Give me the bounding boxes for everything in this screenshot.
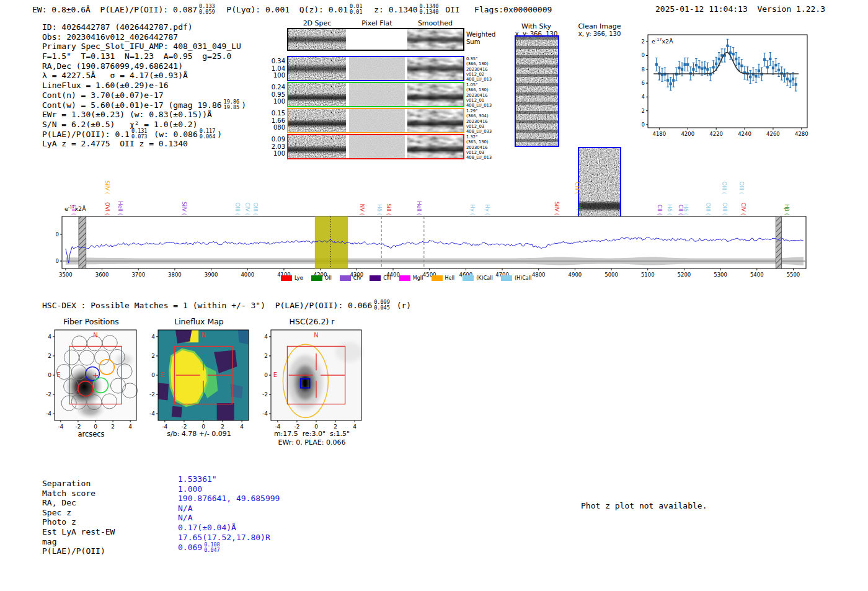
data-point bbox=[789, 80, 791, 82]
hsc-cutout-plot: -4-4-2-2002244NE bbox=[255, 327, 369, 429]
emission-line-highlight-band bbox=[315, 216, 348, 269]
left-label: 1.66 bbox=[270, 117, 285, 125]
text-segment: ) bbox=[217, 130, 222, 140]
y-tick-label: -2 bbox=[46, 391, 51, 398]
text-segment: RA,Dec (190.876099,49.686241) bbox=[42, 61, 183, 71]
photz-note: Phot z plot not available. bbox=[581, 501, 707, 510]
data-point bbox=[732, 53, 734, 55]
match-field-label: Spec z bbox=[42, 508, 178, 518]
lineflux-caption: s/b: 4.78 +/- 0.091 bbox=[142, 430, 256, 438]
lineflux-map-title: Lineflux Map bbox=[142, 317, 256, 326]
legend-swatch bbox=[370, 275, 381, 281]
superscript-subscript-range: 0.0990.045 bbox=[374, 300, 390, 311]
legend-item: CIII bbox=[370, 275, 391, 281]
lineflux-map-plot: -4-4-2-2002244NE bbox=[142, 327, 256, 429]
sub-value: 19.85 bbox=[224, 105, 240, 110]
hsc-caption-1: m:17.5 re:3.0" s:1.5" bbox=[255, 430, 369, 438]
compass-east-label: E bbox=[56, 371, 60, 378]
twod-row bbox=[287, 134, 464, 159]
right-label: 20230416 bbox=[466, 145, 492, 150]
right-label: 20230416 bbox=[466, 119, 492, 124]
twod-row bbox=[287, 82, 464, 107]
legend-swatch bbox=[340, 275, 351, 281]
match-table-row: P(LAE)/P(OII)0.0690.1080.047 bbox=[42, 546, 280, 558]
y-tick-label: 4 bbox=[264, 334, 268, 340]
line-fit-plot-svg: 024681012418042004220424042604280 bbox=[642, 30, 834, 144]
emission-line-label: OIII ( bbox=[738, 182, 745, 194]
match-table-row: Spec zN/A bbox=[42, 508, 280, 518]
text-segment: OII Flags:0x00000009 bbox=[440, 5, 552, 14]
twod-row bbox=[287, 56, 464, 81]
legend-item: (H)CaII bbox=[501, 275, 531, 281]
y-tick-label: 4 bbox=[642, 94, 645, 100]
full-spectrum-svg: 0103500360037003800390040004100420043004… bbox=[56, 162, 825, 287]
info-line-2: Primary Spec_Slot_IFU_AMP: 408_031_049_L… bbox=[42, 42, 246, 51]
right-label: (365, 130) bbox=[466, 140, 492, 144]
right-label: v012_03 bbox=[466, 150, 492, 155]
twod-row-left-labels: 0.151.66080 bbox=[270, 110, 285, 131]
fiber-xlabel: arcsecs bbox=[38, 430, 144, 438]
left-label: 0.09 bbox=[270, 136, 285, 143]
text-segment: LineFlux = 1.60(±0.29)e-16 bbox=[42, 81, 169, 91]
emission-line-label: CIV ( bbox=[740, 203, 746, 215]
match-field-value: N/A bbox=[178, 504, 192, 513]
emission-line-label: CII ( bbox=[657, 205, 663, 215]
x-tick-label: 4 bbox=[128, 424, 132, 429]
legend-item: MgII bbox=[399, 275, 423, 281]
y-tick-label: -4 bbox=[149, 411, 155, 417]
x-tick-label: -4 bbox=[275, 424, 280, 429]
x-tick-label: 2 bbox=[111, 424, 115, 429]
text-segment: ID: 4026442787 (4026442787.pdf) bbox=[42, 22, 193, 32]
twod-spec-image bbox=[288, 57, 346, 80]
text-segment: EWr = 1.30(±0.23) (w: 0.83(±0.15))Å bbox=[42, 110, 212, 120]
x-tick-label: 4180 bbox=[653, 131, 666, 137]
noise-texture bbox=[288, 83, 346, 106]
flux-dark-patch bbox=[217, 403, 234, 420]
right-label: 1.32" bbox=[466, 135, 492, 140]
match-field-label: Match score bbox=[42, 489, 178, 499]
superscript-subscript-range: 19.8619.85 bbox=[224, 99, 240, 110]
data-point bbox=[704, 67, 706, 69]
header-datetime: 2025-01-12 11:04:13 Version 1.22.3 bbox=[655, 4, 825, 14]
emission-line-label: Hδ ( bbox=[683, 204, 689, 215]
emission-line-label: Hγ ( bbox=[469, 205, 476, 215]
data-point bbox=[698, 66, 700, 68]
sub-value: 0.064 bbox=[200, 134, 216, 140]
emission-line-label: SiIV ( bbox=[181, 202, 187, 215]
emission-line-label: OIII ( bbox=[252, 203, 259, 215]
left-label: 0.34 bbox=[270, 58, 285, 65]
left-label: 080 bbox=[270, 124, 285, 131]
emission-line-label: OIII ( bbox=[721, 182, 727, 194]
sub-value: 0.1340 bbox=[420, 9, 439, 15]
match-table-row: RA, Dec190.876641, 49.685999 bbox=[42, 498, 280, 508]
legend-item: HeII bbox=[432, 275, 455, 281]
data-point bbox=[795, 84, 797, 86]
data-point bbox=[738, 63, 740, 64]
hsc-caption-2: EWr: 0. PLAE: 0.066 bbox=[255, 438, 369, 447]
emission-line-label: Hγ ( bbox=[484, 205, 490, 215]
emission-line-label: OIII ( bbox=[234, 203, 241, 215]
match-field-value: 0.17(±0.04)Å bbox=[178, 523, 236, 533]
emission-line-label: HeII ( bbox=[416, 201, 422, 215]
y-tick-label: 2 bbox=[642, 108, 645, 114]
emission-line-label: OIII ( bbox=[705, 203, 711, 215]
compass-north-label: N bbox=[201, 332, 205, 339]
y-tick-label: 10 bbox=[642, 52, 645, 58]
data-point bbox=[786, 78, 788, 80]
emission-line-label: SiIV ( bbox=[104, 180, 110, 194]
x-tick-label: -4 bbox=[162, 424, 167, 429]
text-segment: z: 0.1340 bbox=[365, 5, 418, 14]
weighted-sum-label: Weighted Sum bbox=[466, 31, 495, 46]
data-point bbox=[729, 51, 731, 53]
left-label: 100 bbox=[270, 72, 285, 79]
y-tick-label: 4 bbox=[151, 334, 155, 340]
weighted-sum-line2: Sum bbox=[466, 38, 495, 46]
pixel-flat-image bbox=[349, 135, 405, 158]
emission-line-label: CIII ( bbox=[574, 182, 580, 194]
twod-row-left-labels: 0.341.04100 bbox=[270, 58, 285, 79]
twod-spec-image bbox=[288, 135, 346, 158]
emission-line-label: SiII ( bbox=[386, 203, 392, 215]
flux-dark-patch bbox=[175, 330, 192, 344]
data-point bbox=[655, 63, 657, 65]
legend-label: MgII bbox=[413, 275, 423, 281]
